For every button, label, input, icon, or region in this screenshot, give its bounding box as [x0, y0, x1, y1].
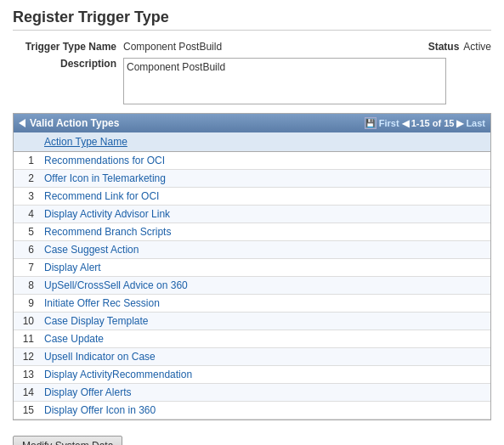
table-header-bar: Valid Action Types 💾 First ◀ 1-15 of 15 … [14, 114, 490, 132]
action-type-link[interactable]: Initiate Offer Rec Session [44, 297, 160, 309]
table-row: 13Display ActivityRecommendation [14, 366, 490, 384]
table-row: 4Display Activity Advisor Link [14, 206, 490, 223]
action-type-link[interactable]: Case Update [44, 333, 104, 345]
status-value: Active [463, 41, 491, 53]
status-section: Status Active [428, 41, 491, 53]
action-type-link[interactable]: Recommendations for OCI [44, 155, 165, 166]
row-number: 10 [14, 313, 39, 330]
next-icon[interactable]: ▶ [456, 118, 463, 129]
row-action-type-name[interactable]: Display Offer Alerts [39, 384, 490, 402]
table-row: 11Case Update [14, 330, 490, 348]
row-action-type-name[interactable]: Recommendations for OCI [39, 152, 490, 170]
description-row: Description [13, 58, 491, 104]
row-number: 6 [14, 241, 39, 259]
row-action-type-name[interactable]: Upsell Indicator on Case [39, 348, 490, 366]
section-title-label: Valid Action Types [30, 117, 119, 129]
row-number: 2 [14, 170, 39, 188]
row-action-type-name[interactable]: Initiate Offer Rec Session [39, 295, 490, 313]
name-column-header: Action Type Name [39, 132, 490, 152]
row-action-type-name[interactable]: Display Alert [39, 259, 490, 277]
row-number: 8 [14, 277, 39, 295]
row-number: 13 [14, 366, 39, 384]
table-row: 2Offer Icon in Telemarketing [14, 170, 490, 188]
action-type-link[interactable]: Case Display Template [44, 315, 149, 327]
table-row: 8UpSell/CrossSell Advice on 360 [14, 277, 490, 295]
row-number: 3 [14, 188, 39, 206]
row-number: 7 [14, 259, 39, 277]
first-link[interactable]: First [379, 118, 399, 128]
page-container: Register Trigger Type Trigger Type Name … [0, 0, 504, 445]
row-action-type-name[interactable]: Display Offer Icon in 360 [39, 402, 490, 420]
row-number: 9 [14, 295, 39, 313]
action-type-link[interactable]: Display Activity Advisor Link [44, 208, 170, 220]
action-type-link[interactable]: Case Suggest Action [44, 244, 139, 256]
row-number: 15 [14, 402, 39, 420]
action-type-link[interactable]: Upsell Indicator on Case [44, 351, 156, 363]
action-type-link[interactable]: Offer Icon in Telemarketing [44, 172, 166, 184]
table-row: 10Case Display Template [14, 313, 490, 330]
table-row: 1Recommendations for OCI [14, 152, 490, 170]
collapse-icon[interactable] [19, 119, 25, 127]
action-type-link[interactable]: Display Alert [44, 262, 101, 273]
page-title: Register Trigger Type [13, 8, 491, 31]
action-type-link[interactable]: Display ActivityRecommendation [44, 369, 192, 380]
last-link[interactable]: Last [466, 118, 485, 128]
row-number: 14 [14, 384, 39, 402]
modify-system-data-button[interactable]: Modify System Data [13, 436, 122, 445]
pagination: 💾 First ◀ 1-15 of 15 ▶ Last [365, 117, 485, 129]
row-action-type-name[interactable]: Recommend Link for OCI [39, 188, 490, 206]
status-label: Status [428, 41, 460, 53]
action-type-link[interactable]: UpSell/CrossSell Advice on 360 [44, 279, 188, 291]
button-bar: Modify System Data [13, 431, 491, 445]
row-number: 4 [14, 206, 39, 223]
action-type-link[interactable]: Recommend Branch Scripts [44, 226, 171, 238]
num-column-header [14, 132, 39, 152]
valid-action-types-section: Valid Action Types 💾 First ◀ 1-15 of 15 … [13, 113, 491, 420]
row-action-type-name[interactable]: UpSell/CrossSell Advice on 360 [39, 277, 490, 295]
row-action-type-name[interactable]: Display Activity Advisor Link [39, 206, 490, 223]
table-row: 12Upsell Indicator on Case [14, 348, 490, 366]
table-row: 7Display Alert [14, 259, 490, 277]
description-label: Description [13, 58, 123, 70]
action-types-table: Action Type Name 1Recommendations for OC… [14, 132, 490, 420]
table-row: 5Recommend Branch Scripts [14, 223, 490, 241]
row-action-type-name[interactable]: Display ActivityRecommendation [39, 366, 490, 384]
trigger-type-label: Trigger Type Name [13, 41, 123, 53]
table-header-row: Action Type Name [14, 132, 490, 152]
row-number: 5 [14, 223, 39, 241]
action-type-link[interactable]: Recommend Link for OCI [44, 190, 159, 202]
trigger-type-value: Component PostBuild [123, 41, 386, 53]
table-row: 9Initiate Offer Rec Session [14, 295, 490, 313]
page-range: 1-15 of 15 [411, 118, 455, 128]
prev-icon[interactable]: ◀ [402, 118, 409, 129]
table-row: 14Display Offer Alerts [14, 384, 490, 402]
row-action-type-name[interactable]: Case Update [39, 330, 490, 348]
table-row: 3Recommend Link for OCI [14, 188, 490, 206]
section-title: Valid Action Types [19, 117, 365, 129]
table-body: 1Recommendations for OCI2Offer Icon in T… [14, 152, 490, 420]
row-action-type-name[interactable]: Case Suggest Action [39, 241, 490, 259]
row-action-type-name[interactable]: Recommend Branch Scripts [39, 223, 490, 241]
export-icon[interactable]: 💾 [365, 117, 377, 129]
table-row: 6Case Suggest Action [14, 241, 490, 259]
action-type-name-sort-link[interactable]: Action Type Name [44, 136, 127, 148]
row-number: 1 [14, 152, 39, 170]
row-number: 11 [14, 330, 39, 348]
trigger-type-row: Trigger Type Name Component PostBuild St… [13, 41, 491, 53]
row-number: 12 [14, 348, 39, 366]
row-action-type-name[interactable]: Case Display Template [39, 313, 490, 330]
table-row: 15Display Offer Icon in 360 [14, 402, 490, 420]
action-type-link[interactable]: Display Offer Alerts [44, 386, 131, 398]
row-action-type-name[interactable]: Offer Icon in Telemarketing [39, 170, 490, 188]
description-textarea[interactable] [123, 58, 446, 104]
action-type-link[interactable]: Display Offer Icon in 360 [44, 404, 156, 416]
